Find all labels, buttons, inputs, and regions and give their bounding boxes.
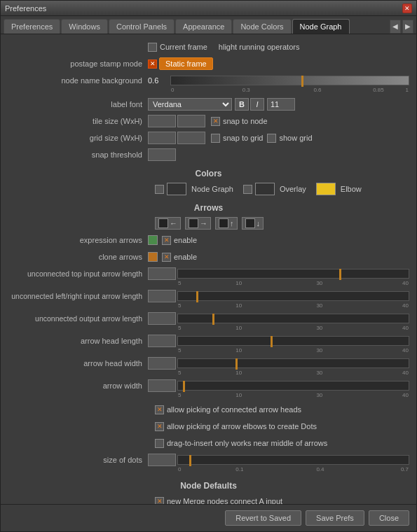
node-defaults-label: Node Defaults: [8, 481, 409, 491]
arrow-up-color[interactable]: [219, 218, 228, 228]
unconnected-top-thumb[interactable]: [339, 269, 341, 280]
grid-width-input[interactable]: 110: [148, 132, 176, 144]
expression-arrows-row: expression arrows enable: [8, 233, 409, 247]
snap-to-grid-checkbox[interactable]: [211, 134, 220, 143]
show-grid-checkbox[interactable]: [267, 134, 276, 143]
arrow-head-length-slider[interactable]: 5 10 30 40: [177, 335, 409, 346]
tab-windows[interactable]: Windows: [61, 19, 108, 34]
snap-to-grid-label: snap to grid: [223, 134, 263, 142]
unconnected-out-thumb[interactable]: [212, 314, 214, 325]
font-size-input[interactable]: 11: [267, 98, 295, 111]
clone-color-swatch[interactable]: [148, 252, 158, 262]
tab-appearance[interactable]: Appearance: [175, 19, 232, 34]
arrow-width-slider[interactable]: 5 10 30 40: [177, 380, 409, 391]
elbow-color-item[interactable]: Elbow: [316, 183, 362, 195]
allow-elbow-label: allow picking of arrow elbows to create …: [167, 422, 317, 430]
current-frame-label: Current frame: [160, 43, 207, 51]
snap-threshold-input[interactable]: 7: [148, 148, 176, 161]
tab-control-panels[interactable]: Control Panels: [109, 19, 175, 34]
window-title: Preferences: [5, 4, 46, 13]
size-of-dots-input[interactable]: 1: [148, 454, 176, 466]
tile-width-input[interactable]: 80: [148, 115, 176, 127]
save-prefs-button[interactable]: Save Prefs: [306, 510, 364, 526]
arrow-btn-up[interactable]: ↑: [215, 217, 238, 230]
allow-picking-checkbox[interactable]: [155, 405, 164, 414]
overlay-color-checkbox[interactable]: [243, 185, 252, 194]
drag-insert-label: drag-to-insert only works near middle of…: [167, 439, 327, 447]
snap-threshold-label: snap threshold: [8, 150, 148, 159]
arrow-head-width-input[interactable]: 8: [148, 357, 176, 370]
unconnected-lr-thumb[interactable]: [196, 291, 198, 302]
overlay-color-swatch[interactable]: [255, 183, 275, 195]
bold-button[interactable]: B: [235, 98, 249, 111]
snap-to-node-label: snap to node: [223, 117, 268, 125]
unconnected-top-label: unconnected top input arrow length: [8, 270, 148, 278]
tab-scroll-right[interactable]: ▶: [402, 20, 413, 34]
static-frame-checkbox[interactable]: [148, 59, 157, 69]
close-icon[interactable]: ✕: [402, 4, 412, 13]
unconnected-out-input[interactable]: 8: [148, 312, 176, 325]
arrow-head-length-label: arrow head length: [8, 337, 148, 345]
unconnected-out-slider[interactable]: 5 10 30 40: [177, 313, 409, 324]
clone-enable-label: enable: [174, 253, 197, 261]
close-button[interactable]: Close: [369, 510, 409, 526]
grid-height-input[interactable]: 24: [177, 132, 205, 144]
size-of-dots-slider[interactable]: 0 0.1 0.4 0.7: [177, 454, 409, 465]
elbow-color-swatch[interactable]: [316, 183, 336, 195]
label-font-label: label font: [8, 100, 148, 108]
arrow-width-input[interactable]: 2: [148, 379, 176, 392]
unconnected-lr-input[interactable]: 4: [148, 290, 176, 302]
arrow-btn-left[interactable]: ←: [155, 217, 181, 230]
overlay-color-item[interactable]: Overlay: [243, 183, 306, 195]
node-graph-color-swatch[interactable]: [167, 183, 186, 195]
node-name-bg-thumb[interactable]: [301, 76, 303, 87]
expression-enable-checkbox[interactable]: [162, 236, 171, 245]
new-merge-wrap: new Merge nodes connect A input: [155, 497, 282, 505]
colors-section-label: Colors: [8, 169, 409, 178]
node-graph-color-item[interactable]: Node Graph: [155, 183, 233, 195]
unconnected-top-slider[interactable]: 5 10 30 40: [177, 268, 409, 279]
expression-color-swatch[interactable]: [148, 235, 158, 245]
arrow-head-width-label: arrow head width: [8, 359, 148, 368]
unconnected-top-input[interactable]: 35: [148, 267, 176, 280]
arrow-head-width-thumb[interactable]: [235, 358, 238, 370]
current-frame-checkbox[interactable]: [148, 43, 157, 52]
allow-elbow-checkbox[interactable]: [155, 422, 164, 431]
arrow-head-length-input[interactable]: 12: [148, 335, 176, 347]
snap-to-node-checkbox[interactable]: [211, 117, 220, 126]
expression-arrows-label: expression arrows: [8, 236, 148, 244]
static-frame-btn[interactable]: Static frame: [159, 57, 213, 70]
current-frame-row: Current frame hlight running operators: [8, 40, 409, 54]
node-graph-color-checkbox[interactable]: [155, 185, 164, 194]
colors-row: Node Graph Overlay Elbow: [8, 182, 409, 196]
tab-preferences[interactable]: Preferences: [4, 19, 60, 34]
arrow-down-color[interactable]: [245, 218, 255, 228]
tab-node-colors[interactable]: Node Colors: [233, 19, 291, 34]
clone-enable-checkbox[interactable]: [162, 253, 171, 262]
arrows-section-divider: Arrows: [8, 199, 409, 215]
arrow-right-color[interactable]: [189, 218, 198, 228]
new-merge-checkbox[interactable]: [155, 497, 164, 505]
revert-button[interactable]: Revert to Saved: [225, 510, 301, 526]
node-name-bg-value: 0.6: [148, 76, 169, 85]
allow-picking-row: allow picking of connected arrow heads: [8, 402, 409, 416]
allow-picking-wrap: allow picking of connected arrow heads: [155, 405, 301, 414]
tab-scroll-left[interactable]: ◀: [390, 20, 401, 34]
drag-insert-wrap: drag-to-insert only works near middle of…: [155, 439, 327, 448]
arrow-head-width-slider[interactable]: 5 10 30 40: [177, 358, 409, 369]
italic-button[interactable]: I: [250, 98, 264, 111]
size-of-dots-thumb[interactable]: [189, 455, 191, 466]
arrow-head-length-thumb[interactable]: [271, 336, 273, 347]
tab-node-graph[interactable]: Node Graph: [292, 19, 350, 34]
arrow-width-thumb[interactable]: [183, 381, 185, 392]
label-font-select[interactable]: Verdana: [148, 98, 232, 111]
static-frame-button[interactable]: Static frame: [148, 57, 213, 70]
arrow-head-length-row: arrow head length 12 5 10 30 40: [8, 334, 409, 348]
arrow-btn-right[interactable]: →: [185, 217, 211, 230]
node-name-bg-slider[interactable]: 0 0.3 0.6 0.85 1: [170, 75, 409, 86]
unconnected-lr-slider[interactable]: 5 10 30 40: [177, 290, 409, 302]
tile-height-input[interactable]: 18: [177, 115, 205, 127]
arrow-btn-down[interactable]: ↓: [242, 217, 264, 230]
arrow-left-color[interactable]: [158, 218, 168, 228]
drag-insert-checkbox[interactable]: [155, 439, 164, 448]
